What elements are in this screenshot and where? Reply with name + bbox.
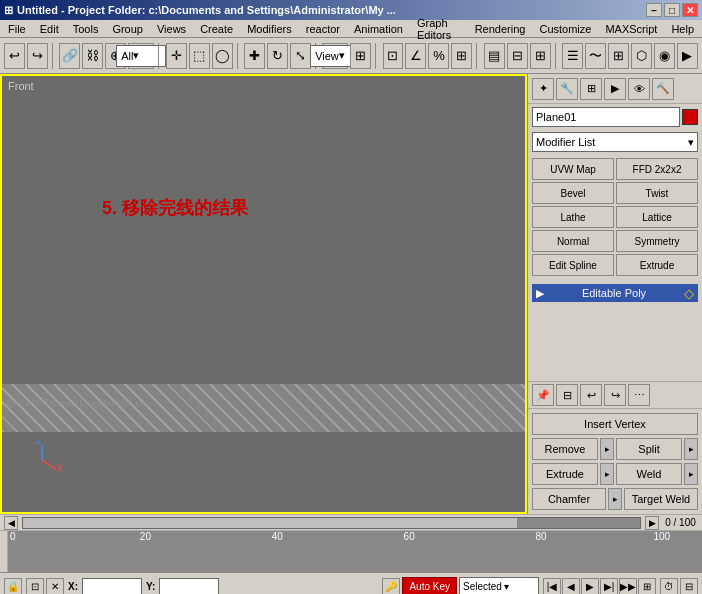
menu-animation[interactable]: Animation — [348, 22, 409, 36]
panel-pin-button[interactable]: 📌 — [532, 384, 554, 406]
utilities-tab[interactable]: 🔨 — [652, 78, 674, 100]
mod-bevel[interactable]: Bevel — [532, 182, 614, 204]
x-coord-input[interactable] — [82, 578, 142, 594]
timeline-track[interactable] — [22, 517, 641, 529]
key-icon[interactable]: 🔑 — [382, 578, 400, 594]
material-editor[interactable]: ⬡ — [631, 43, 652, 69]
panel-redo-button[interactable]: ↪ — [604, 384, 626, 406]
minimize-button[interactable]: – — [646, 3, 662, 17]
quick-render[interactable]: ▶ — [677, 43, 698, 69]
mod-edit-spline[interactable]: Edit Spline — [532, 254, 614, 276]
layer-manager[interactable]: ☰ — [562, 43, 583, 69]
extrude-arrow[interactable]: ▸ — [600, 463, 614, 485]
menu-tools[interactable]: Tools — [67, 22, 105, 36]
display-tab[interactable]: 👁 — [628, 78, 650, 100]
link-button[interactable]: 🔗 — [59, 43, 80, 69]
lock-button[interactable]: 🔒 — [4, 578, 22, 594]
motion-tab[interactable]: ▶ — [604, 78, 626, 100]
prev-frame-button[interactable]: ◀ — [562, 578, 580, 594]
mirror-button[interactable]: ⊟ — [507, 43, 528, 69]
play-button[interactable]: ▶ — [581, 578, 599, 594]
redo-button[interactable]: ↪ — [27, 43, 48, 69]
menu-rendering[interactable]: Rendering — [469, 22, 532, 36]
move-button[interactable]: ✚ — [244, 43, 265, 69]
pivot-button[interactable]: ⊞ — [350, 43, 371, 69]
select-filter-button[interactable]: All▾ — [128, 43, 154, 69]
lasso-select-button[interactable]: ◯ — [212, 43, 233, 69]
mod-ffd[interactable]: FFD 2x2x2 — [616, 158, 698, 180]
menu-create[interactable]: Create — [194, 22, 239, 36]
chamfer-arrow[interactable]: ▸ — [608, 488, 622, 510]
menu-reactor[interactable]: reactor — [300, 22, 346, 36]
viewport-config-button[interactable]: ⊟ — [680, 578, 698, 594]
schematic-view[interactable]: ⊞ — [608, 43, 629, 69]
mod-lathe[interactable]: Lathe — [532, 206, 614, 228]
key-mode-button[interactable]: ⊞ — [638, 578, 656, 594]
go-start-button[interactable]: |◀ — [543, 578, 561, 594]
menu-views[interactable]: Views — [151, 22, 192, 36]
modify-tab[interactable]: 🔧 — [556, 78, 578, 100]
create-tab[interactable]: ✦ — [532, 78, 554, 100]
menu-graph-editors[interactable]: Graph Editors — [411, 16, 467, 42]
tl-next-button[interactable]: ▶ — [645, 516, 659, 530]
percent-snap[interactable]: % — [428, 43, 449, 69]
modifier-list-dropdown[interactable]: Modifier List▾ — [532, 132, 698, 152]
panel-more-button[interactable]: ⋯ — [628, 384, 650, 406]
mod-normal[interactable]: Normal — [532, 230, 614, 252]
auto-key-button[interactable]: Auto Key — [402, 577, 457, 594]
render-setup[interactable]: ◉ — [654, 43, 675, 69]
timeline-numbers-bar[interactable]: 0 20 40 60 80 100 — [0, 531, 702, 572]
tl-prev-button[interactable]: ◀ — [4, 516, 18, 530]
next-frame-button[interactable]: ▶| — [600, 578, 618, 594]
mod-lattice[interactable]: Lattice — [616, 206, 698, 228]
undo-button[interactable]: ↩ — [4, 43, 25, 69]
spinner-snap[interactable]: ⊞ — [451, 43, 472, 69]
object-name-input[interactable] — [532, 107, 680, 127]
weld-button[interactable]: Weld — [616, 463, 682, 485]
maximize-button[interactable]: □ — [664, 3, 680, 17]
scale-button[interactable]: ⤡ — [290, 43, 311, 69]
target-weld-button[interactable]: Target Weld — [624, 488, 698, 510]
mod-uvw-map[interactable]: UVW Map — [532, 158, 614, 180]
menu-group[interactable]: Group — [106, 22, 149, 36]
menu-customize[interactable]: Customize — [533, 22, 597, 36]
select-region-button[interactable]: ⬚ — [189, 43, 210, 69]
select-object-button[interactable]: ✛ — [166, 43, 187, 69]
menu-modifiers[interactable]: Modifiers — [241, 22, 298, 36]
chamfer-button[interactable]: Chamfer — [532, 488, 606, 510]
extrude-button[interactable]: Extrude — [532, 463, 598, 485]
unlink-button[interactable]: ⛓ — [82, 43, 103, 69]
sel-filter-button[interactable]: ⊡ — [26, 578, 44, 594]
rotate-button[interactable]: ↻ — [267, 43, 288, 69]
named-sel-button[interactable]: ▤ — [484, 43, 505, 69]
weld-arrow[interactable]: ▸ — [684, 463, 698, 485]
sel-x-button[interactable]: ✕ — [46, 578, 64, 594]
snap-toggle[interactable]: ⊡ — [383, 43, 404, 69]
remove-button[interactable]: Remove — [532, 438, 598, 460]
menu-edit[interactable]: Edit — [34, 22, 65, 36]
insert-vertex-button[interactable]: Insert Vertex — [532, 413, 698, 435]
mod-twist[interactable]: Twist — [616, 182, 698, 204]
menu-help[interactable]: Help — [665, 22, 700, 36]
ref-coord-button[interactable]: View▾ — [322, 43, 348, 69]
mod-symmetry[interactable]: Symmetry — [616, 230, 698, 252]
mod-extrude[interactable]: Extrude — [616, 254, 698, 276]
panel-align-button[interactable]: ⊟ — [556, 384, 578, 406]
close-button[interactable]: ✕ — [682, 3, 698, 17]
go-end-button[interactable]: ▶▶ — [619, 578, 637, 594]
editable-poly-bar[interactable]: ▶ Editable Poly ◇ — [532, 284, 698, 302]
menu-file[interactable]: File — [2, 22, 32, 36]
y-coord-input[interactable] — [159, 578, 219, 594]
panel-undo-button[interactable]: ↩ — [580, 384, 602, 406]
align-button[interactable]: ⊞ — [530, 43, 551, 69]
object-color-swatch[interactable] — [682, 109, 698, 125]
menu-maxscript[interactable]: MAXScript — [599, 22, 663, 36]
angle-snap[interactable]: ∠ — [405, 43, 426, 69]
timeline-numbers[interactable]: 0 20 40 60 80 100 — [8, 531, 702, 572]
curve-editor[interactable]: 〜 — [585, 43, 606, 69]
selected-dropdown[interactable]: Selected▾ — [459, 577, 539, 594]
hierarchy-tab[interactable]: ⊞ — [580, 78, 602, 100]
split-arrow[interactable]: ▸ — [684, 438, 698, 460]
split-button[interactable]: Split — [616, 438, 682, 460]
time-config-button[interactable]: ⏱ — [660, 578, 678, 594]
